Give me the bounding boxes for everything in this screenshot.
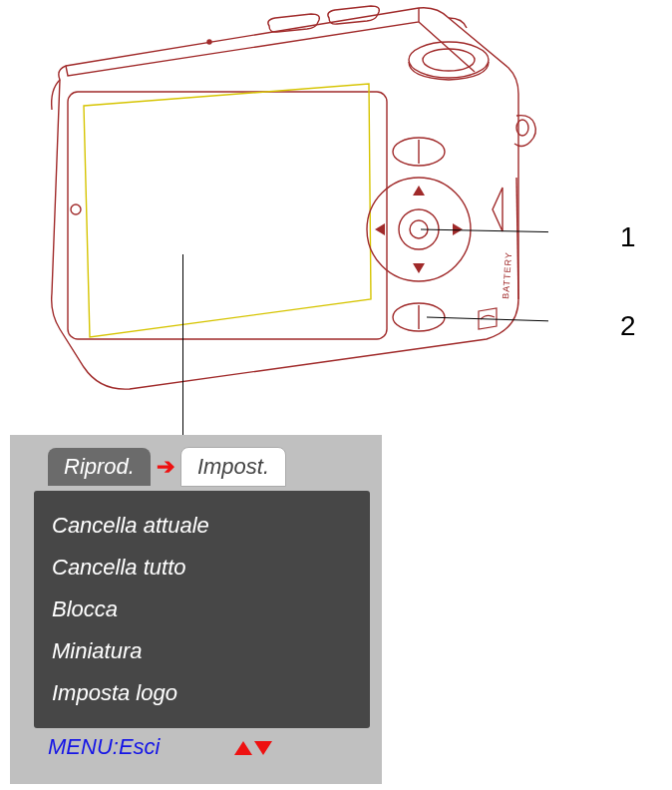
- menu-tabs: Riprod. ➔ Impost.: [10, 447, 382, 491]
- svg-text:BATTERY: BATTERY: [501, 251, 513, 299]
- screen-leader-line: [182, 254, 183, 439]
- svg-rect-0: [68, 92, 387, 339]
- triangle-up-icon: [234, 741, 252, 755]
- right-arrow-icon: ➔: [157, 454, 174, 480]
- lcd-menu-panel: Riprod. ➔ Impost. Cancella attuale Cance…: [10, 435, 382, 784]
- tab-impost[interactable]: Impost.: [180, 447, 286, 487]
- svg-line-14: [421, 229, 548, 233]
- svg-point-1: [71, 204, 81, 214]
- menu-footer: MENU:Esci: [10, 728, 382, 760]
- menu-item-blocca[interactable]: Blocca: [52, 589, 352, 630]
- callout-2: 2: [620, 310, 636, 342]
- svg-point-11: [207, 40, 211, 44]
- menu-exit-hint: MENU:Esci: [48, 734, 160, 760]
- menu-item-cancella-attuale[interactable]: Cancella attuale: [52, 505, 352, 547]
- camera-svg: BATTERY: [20, 0, 548, 399]
- triangle-down-icon: [254, 741, 272, 755]
- menu-item-imposta-logo[interactable]: Imposta logo: [52, 672, 352, 714]
- callout-1: 1: [620, 221, 636, 253]
- svg-point-9: [409, 42, 489, 78]
- tab-riprod[interactable]: Riprod.: [48, 448, 151, 486]
- menu-item-miniatura[interactable]: Miniatura: [52, 630, 352, 672]
- svg-point-10: [423, 49, 475, 71]
- menu-list: Cancella attuale Cancella tutto Blocca M…: [34, 491, 370, 728]
- svg-line-15: [427, 317, 548, 323]
- menu-item-cancella-tutto[interactable]: Cancella tutto: [52, 547, 352, 589]
- camera-illustration: BATTERY: [20, 0, 548, 399]
- nav-arrows-icon: [234, 738, 272, 756]
